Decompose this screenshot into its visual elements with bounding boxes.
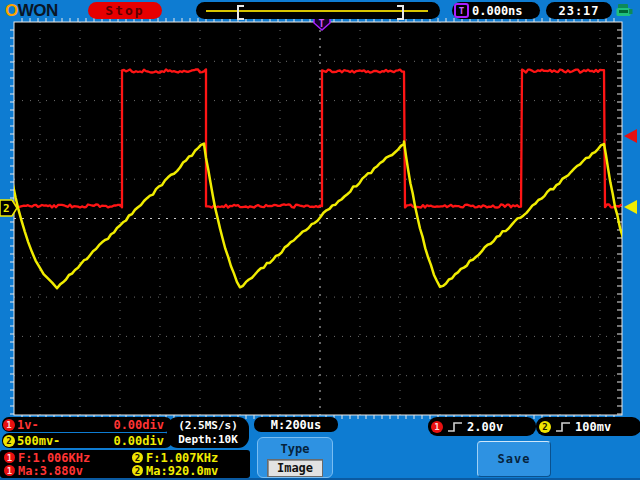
menu-type-button[interactable]: Type Image [257, 437, 333, 478]
waveforms [8, 69, 640, 288]
ch2-max-value: Ma:920.0mv [146, 464, 218, 478]
memory-position-bar [196, 2, 440, 19]
acquisition-status-badge: Stop [88, 2, 162, 19]
plot-background [14, 22, 622, 415]
ch1-badge: 1 [4, 452, 15, 463]
record-depth: Depth:10K [178, 433, 238, 447]
owon-logo: OWON [5, 1, 58, 21]
ch2-frequency-value: F:1.007KHz [146, 451, 218, 465]
save-label: Save [498, 452, 531, 466]
ch1-frequency-measure: 1 F:1.006KHz [0, 451, 128, 465]
ch2-badge: 2 [132, 452, 143, 463]
ruler-ticks [10, 18, 622, 419]
ch1-badge: 1 [431, 421, 443, 433]
ch2-zero-marker-icon [0, 200, 17, 216]
ch2-offset: 0.00div [113, 434, 164, 448]
rising-edge-icon [555, 420, 571, 433]
ch1-max-measure: 1 Ma:3.880v [0, 464, 128, 478]
ch1-trigger-readout: 1 2.00v [428, 417, 536, 436]
ch1-trigger-level-arrow-icon [624, 129, 637, 143]
ch1-offset: 0.00div [113, 418, 164, 432]
window-start-bracket-icon [237, 5, 244, 20]
ch2-sawtooth-trace [8, 142, 640, 289]
ch2-trigger-level: 100mv [575, 420, 611, 434]
trigger-marker-label: T [319, 18, 325, 29]
timebase-readout: M:200us [254, 417, 338, 432]
save-button[interactable]: Save [477, 441, 551, 477]
ch1-volts-per-div: 1v- [17, 418, 39, 432]
ch2-zero-marker-label: 2 [3, 202, 10, 215]
rising-edge-icon [447, 420, 463, 433]
grid-dotted-lines [14, 22, 622, 415]
ch2-trigger-level-arrow-icon [624, 200, 637, 214]
ch2-volts-per-div: 500mv- [17, 434, 60, 448]
timebase-value: M:200us [271, 418, 322, 432]
ch1-trigger-level: 2.00v [467, 420, 503, 434]
run-state-label: Stop [105, 3, 144, 18]
ch1-frequency-value: F:1.006KHz [18, 451, 90, 465]
ch1-badge: 1 [3, 419, 15, 431]
ch2-scale-readout: 2 500mv- 0.00div [2, 433, 172, 448]
scope-display: T2 [0, 0, 640, 480]
ch1-scale-readout: 1 1v- 0.00div [2, 417, 172, 432]
trigger-time-value: 0.000ns [472, 4, 523, 18]
trigger-t-icon: T [454, 3, 469, 18]
measurement-panel: 1 F:1.006KHz 2 F:1.007KHz 1 Ma:3.880v 2 … [0, 450, 250, 478]
usb-icon [616, 3, 633, 18]
ch2-badge: 2 [539, 421, 551, 433]
acquisition-readout: (2.5MS/s) Depth:10K [167, 417, 249, 448]
type-value-selected[interactable]: Image [267, 459, 323, 477]
ch2-badge: 2 [132, 465, 143, 476]
trigger-time-readout: T 0.000ns [452, 2, 540, 19]
ch2-max-measure: 2 Ma:920.0mv [128, 464, 250, 478]
ch2-trigger-readout: 2 100mv [536, 417, 640, 436]
ch1-square-trace [14, 69, 621, 207]
ch2-badge: 2 [3, 435, 15, 447]
ch1-max-value: Ma:3.880v [18, 464, 83, 478]
center-axes [14, 22, 622, 415]
window-end-bracket-icon [397, 5, 404, 20]
type-label: Type [281, 442, 310, 456]
plot-border-rulers [14, 22, 622, 415]
ch2-frequency-measure: 2 F:1.007KHz [128, 451, 250, 465]
clock-value: 23:17 [558, 4, 599, 18]
trigger-markers: T2 [0, 14, 637, 216]
sample-rate: (2.5MS/s) [178, 419, 238, 433]
clock: 23:17 [546, 2, 612, 19]
ch1-badge: 1 [4, 465, 15, 476]
